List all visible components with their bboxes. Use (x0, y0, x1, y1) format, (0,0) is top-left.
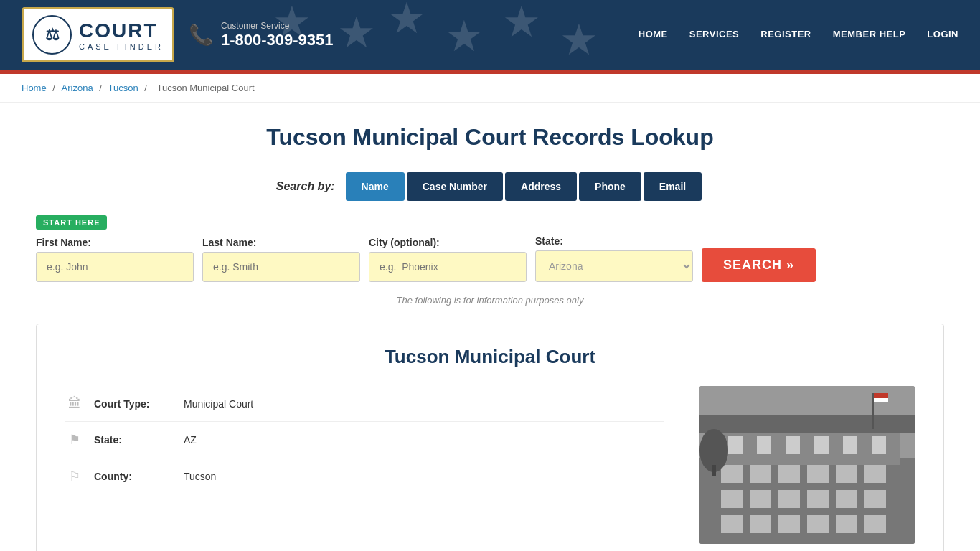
tab-address[interactable]: Address (505, 172, 577, 201)
court-type-item: 🏛 Court Type: Municipal Court (65, 386, 664, 422)
nav-login[interactable]: LOGIN (927, 29, 958, 41)
nav-home[interactable]: HOME (639, 29, 668, 41)
breadcrumb-sep-3: / (144, 83, 149, 93)
breadcrumb: Home / Arizona / Tucson / Tucson Municip… (0, 74, 980, 103)
logo: ⚖ COURT CASE FINDER (22, 7, 174, 62)
logo-text: COURT CASE FINDER (79, 19, 164, 51)
state-item: ⚑ State: AZ (65, 422, 664, 458)
first-name-label: First Name: (36, 237, 194, 248)
county-item: ⚐ County: Tucson (65, 458, 664, 494)
tab-phone[interactable]: Phone (579, 172, 641, 201)
tab-name[interactable]: Name (346, 172, 405, 201)
state-detail-value: AZ (184, 434, 197, 446)
search-by-label: Search by: (276, 180, 335, 193)
svg-rect-25 (843, 436, 857, 454)
search-by-row: Search by: Name Case Number Address Phon… (36, 172, 944, 201)
star-decoration: ★ (560, 14, 598, 65)
court-photo (699, 386, 915, 544)
svg-rect-17 (778, 515, 800, 533)
city-input[interactable] (369, 252, 527, 282)
customer-service-label: Customer Service (221, 21, 334, 31)
breadcrumb-sep-1: / (52, 83, 57, 93)
nav-member-help[interactable]: MEMBER HELP (833, 29, 906, 41)
county-value: Tucson (184, 471, 216, 482)
court-card-title: Tucson Municipal Court (65, 346, 915, 368)
svg-rect-4 (750, 465, 771, 483)
county-label: County: (94, 471, 173, 482)
main-content: Tucson Municipal Court Records Lookup Se… (0, 103, 980, 551)
header-left: ⚖ COURT CASE FINDER 📞 Customer Service 1… (22, 7, 334, 62)
breadcrumb-sep-2: / (99, 83, 104, 93)
svg-rect-15 (721, 515, 743, 533)
breadcrumb-home[interactable]: Home (22, 83, 47, 93)
svg-rect-10 (750, 490, 771, 508)
breadcrumb-current: Tucson Municipal Court (157, 83, 255, 93)
star-decoration: ★ (337, 7, 376, 57)
search-button[interactable]: SEARCH » (702, 248, 816, 282)
svg-rect-20 (864, 515, 886, 533)
svg-rect-5 (778, 465, 800, 483)
last-name-group: Last Name: (202, 237, 360, 282)
court-type-label: Court Type: (94, 398, 173, 410)
svg-rect-8 (864, 465, 886, 483)
svg-rect-11 (778, 490, 800, 508)
state-detail-label: State: (94, 434, 173, 446)
svg-rect-7 (836, 465, 857, 483)
phone-icon: 📞 (189, 23, 214, 47)
star-decoration: ★ (445, 11, 484, 61)
svg-rect-27 (699, 415, 915, 433)
nav-register[interactable]: REGISTER (760, 29, 811, 41)
svg-rect-24 (814, 436, 829, 454)
info-note: The following is for information purpose… (36, 295, 944, 306)
svg-rect-28 (872, 393, 874, 429)
court-card: Tucson Municipal Court 🏛 Court Type: Mun… (36, 324, 944, 551)
svg-rect-9 (721, 490, 743, 508)
page-title: Tucson Municipal Court Records Lookup (36, 124, 944, 151)
first-name-input[interactable] (36, 252, 194, 282)
svg-rect-16 (750, 515, 771, 533)
logo-title: COURT (79, 19, 164, 42)
court-info-row: 🏛 Court Type: Municipal Court ⚑ State: A… (65, 386, 915, 544)
main-nav: HOME SERVICES REGISTER MEMBER HELP LOGIN (639, 29, 958, 41)
city-group: City (optional): (369, 237, 527, 282)
svg-rect-21 (728, 436, 743, 454)
start-here-badge: START HERE (36, 215, 107, 230)
star-decoration: ★ (502, 0, 541, 47)
nav-services[interactable]: SERVICES (689, 29, 740, 41)
svg-rect-30 (874, 398, 888, 402)
state-label: State: (535, 235, 693, 247)
customer-service-text: Customer Service 1-800-309-9351 (221, 21, 334, 50)
logo-subtitle: CASE FINDER (79, 42, 164, 51)
state-select[interactable]: Arizona Alabama Alaska California (535, 250, 693, 282)
svg-rect-18 (807, 515, 829, 533)
svg-rect-23 (786, 436, 800, 454)
last-name-label: Last Name: (202, 237, 360, 248)
svg-rect-13 (836, 490, 857, 508)
star-decoration: ★ (387, 0, 426, 43)
svg-rect-26 (872, 436, 886, 454)
logo-emblem: ⚖ (32, 15, 72, 55)
svg-rect-3 (721, 465, 743, 483)
first-name-group: First Name: (36, 237, 194, 282)
court-building-svg (699, 386, 915, 544)
search-form: First Name: Last Name: City (optional): … (36, 235, 944, 282)
svg-rect-6 (807, 465, 829, 483)
city-label: City (optional): (369, 237, 527, 248)
tab-email[interactable]: Email (644, 172, 702, 201)
breadcrumb-arizona[interactable]: Arizona (62, 83, 93, 93)
last-name-input[interactable] (202, 252, 360, 282)
court-type-value: Municipal Court (184, 398, 253, 410)
state-icon: ⚑ (65, 432, 83, 448)
svg-rect-32 (712, 465, 716, 476)
court-type-icon: 🏛 (65, 396, 83, 411)
svg-rect-19 (836, 515, 857, 533)
header: ★ ★ ★ ★ ★ ★ ⚖ COURT CASE FINDER 📞 Custom… (0, 0, 980, 70)
county-icon: ⚐ (65, 468, 83, 484)
svg-rect-12 (807, 490, 829, 508)
court-details: 🏛 Court Type: Municipal Court ⚑ State: A… (65, 386, 664, 494)
customer-service: 📞 Customer Service 1-800-309-9351 (189, 21, 334, 50)
emblem-icon: ⚖ (45, 26, 60, 44)
breadcrumb-tucson[interactable]: Tucson (108, 83, 138, 93)
svg-rect-14 (864, 490, 886, 508)
tab-case-number[interactable]: Case Number (407, 172, 503, 201)
